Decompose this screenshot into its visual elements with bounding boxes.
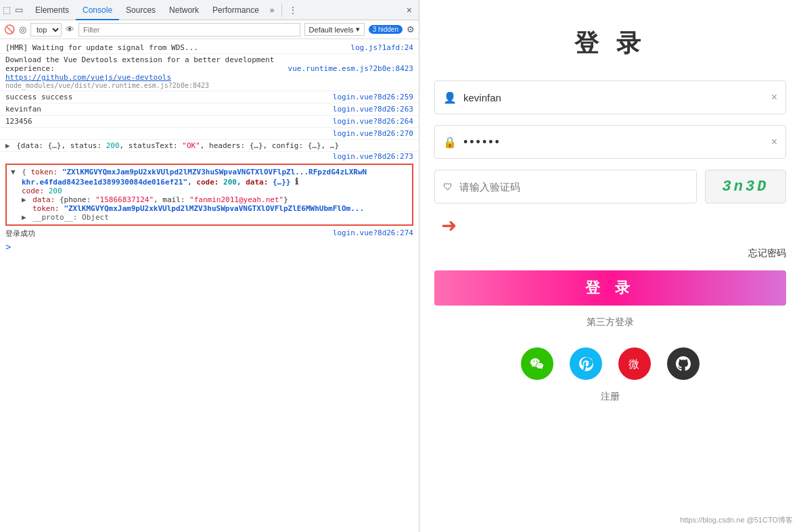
console-link-empty[interactable]: login.vue?8d26:270: [333, 129, 413, 138]
username-input[interactable]: [463, 92, 771, 103]
weibo-icon[interactable]: 微: [618, 347, 651, 380]
register-link[interactable]: 注册: [434, 391, 786, 403]
qq-icon[interactable]: [570, 347, 602, 380]
footer-note: https://blog.csdn.ne @51CTO博客: [680, 515, 801, 532]
devtools-icons: ⬚ ▭: [3, 5, 23, 15]
settings-icon[interactable]: ⚙: [407, 24, 415, 34]
eye-icon[interactable]: 👁: [66, 24, 74, 34]
console-text-object: ▶ {data: {…}, status: 200, statusText: "…: [5, 141, 413, 150]
inspect-icon[interactable]: ⬚: [3, 5, 11, 15]
clear-console-icon[interactable]: 🚫: [4, 24, 15, 34]
console-url-devtools[interactable]: https://github.com/vuejs/vue-devtools: [5, 73, 171, 82]
forgot-password-link[interactable]: 忘记密码: [434, 247, 786, 260]
console-line-login-success: 登录成功 login.vue?8d26:274: [0, 227, 419, 240]
console-link-devtools[interactable]: vue.runtime.esm.js?2b0e:8423: [288, 64, 413, 73]
console-line-pass: 123456 login.vue?8d26:264: [0, 116, 419, 128]
captcha-input[interactable]: [459, 181, 688, 193]
github-icon[interactable]: [667, 347, 700, 380]
login-panel: 登 录 👤 × 🔒 × 🛡 3n3D ➜ 忘记密码 登: [419, 0, 801, 532]
devtools-panel: ⬚ ▭ Elements Console Sources Network Per…: [0, 0, 419, 532]
json-line-proto: ▶ __proto__: Object: [11, 213, 408, 222]
json-line-token-cont: khr.e4fdad8423ee1d389930084de016ef21", c…: [11, 176, 408, 187]
json-data-key: data:: [32, 195, 55, 204]
username-input-wrapper: 👤 ×: [434, 80, 786, 114]
console-line-hmr: [HMR] Waiting for update signal from WDS…: [0, 42, 419, 54]
json-token-key: token:: [31, 168, 58, 176]
console-text-success: success success: [5, 93, 327, 101]
tab-network[interactable]: Network: [162, 0, 206, 20]
filter-input[interactable]: [78, 23, 300, 37]
user-icon: 👤: [443, 91, 457, 104]
devtools-tab-bar: ⬚ ▭ Elements Console Sources Network Per…: [0, 0, 419, 20]
devtools-menu[interactable]: ⋮: [285, 5, 301, 15]
json-code-value: 200: [49, 187, 62, 195]
tab-elements[interactable]: Elements: [28, 0, 76, 20]
console-link-pass[interactable]: login.vue?8d26:264: [333, 117, 413, 126]
lock-icon: 🔒: [443, 136, 457, 149]
json-line-token-short: token: "ZXlKMGVYQmxJam9pU2xkVUlpd2lMZV3h…: [11, 204, 408, 213]
login-title: 登 录: [574, 27, 646, 60]
tab-separator: [281, 3, 282, 17]
console-link-hmr[interactable]: log.js?1afd:24: [350, 43, 413, 52]
red-arrow-icon: ➜: [441, 214, 457, 237]
password-clear-icon[interactable]: ×: [771, 136, 777, 148]
arrow-hint: ➜: [434, 214, 786, 237]
log-levels-dropdown[interactable]: Default levels ▾: [304, 23, 365, 36]
console-line-devtools: Download the Vue Devtools extension for …: [0, 54, 419, 91]
json-line-object-open: ▼ { token: "ZXlKMGVYQmxJam9pU2xkVUlpd2lM…: [11, 168, 408, 176]
console-link-success[interactable]: login.vue?8d26:259: [333, 93, 413, 101]
console-link-login-success[interactable]: login.vue?8d26:274: [333, 228, 413, 239]
json-block: ▼ { token: "ZXlKMGVYQmxJam9pU2xkVUlpd2lM…: [5, 164, 413, 226]
shield-icon: 🛡: [443, 181, 453, 192]
tab-sources[interactable]: Sources: [119, 0, 162, 20]
console-next-input[interactable]: >: [0, 240, 419, 253]
console-toolbar: 🚫 ◎ top 👁 Default levels ▾ 3 hidden ⚙: [0, 20, 419, 39]
password-input-wrapper: 🔒 ×: [434, 125, 786, 159]
device-icon[interactable]: ▭: [15, 5, 23, 15]
username-clear-icon[interactable]: ×: [771, 91, 777, 103]
console-link-user[interactable]: login.vue?8d26:263: [333, 105, 413, 114]
captcha-image[interactable]: 3n3D: [705, 170, 786, 203]
console-text-pass: 123456: [5, 117, 327, 126]
json-data-arrow[interactable]: ▶: [22, 195, 26, 204]
json-proto-arrow[interactable]: ▶: [22, 213, 26, 222]
console-line-success: success success login.vue?8d26:259: [0, 91, 419, 103]
json-block-header-link[interactable]: login.vue?8d26:273: [333, 152, 413, 161]
json-data-value: {phone: "15866837124", mail: "fanmin2011…: [60, 195, 288, 204]
devtools-close[interactable]: ×: [403, 5, 416, 16]
social-icons-row: 微: [434, 347, 786, 380]
login-form: 👤 × 🔒 × 🛡 3n3D ➜ 忘记密码 登 录 第三方登录: [434, 80, 786, 403]
json-token-value: "ZXlKMGVYQmxJam9pU2xkVUlpd2lMZV3huSWpvaV…: [62, 168, 367, 176]
tab-performance[interactable]: Performance: [206, 0, 266, 20]
captcha-input-wrapper: 🛡: [434, 170, 697, 203]
expand-arrow-object[interactable]: ▶: [5, 141, 10, 150]
console-output: [HMR] Waiting for update signal from WDS…: [0, 39, 419, 532]
login-button[interactable]: 登 录: [434, 270, 786, 306]
json-line-data: ▶ data: {phone: "15866837124", mail: "fa…: [11, 195, 408, 204]
console-text-hmr: [HMR] Waiting for update signal from WDS…: [5, 43, 345, 52]
filter-toggle-icon[interactable]: ◎: [19, 24, 26, 34]
svg-text:微: 微: [628, 358, 639, 370]
console-text-user: kevinfan: [5, 105, 327, 114]
console-subtext-devtools: node_modules/vue/dist/vue.runtime.esm.js…: [5, 82, 209, 89]
context-selector[interactable]: top: [30, 23, 62, 37]
tab-console[interactable]: Console: [76, 0, 119, 20]
console-line-object: ▶ {data: {…}, status: 200, statusText: "…: [0, 140, 419, 152]
chevron-down-icon: ▾: [356, 25, 360, 34]
captcha-row: 🛡 3n3D: [434, 170, 786, 203]
json-line-code: code: 200: [11, 187, 408, 195]
console-line-empty: login.vue?8d26:270: [0, 128, 419, 140]
console-text-devtools: Download the Vue Devtools extension for …: [5, 55, 283, 73]
json-code-key: code:: [22, 187, 44, 195]
console-line-user: kevinfan login.vue?8d26:263: [0, 103, 419, 116]
password-input[interactable]: [463, 135, 771, 149]
json-expand-arrow[interactable]: ▼: [11, 168, 16, 176]
console-text-login-success: 登录成功: [5, 228, 35, 239]
wechat-icon[interactable]: [521, 347, 553, 380]
hidden-count-badge: 3 hidden: [369, 25, 403, 34]
tab-more[interactable]: »: [266, 5, 279, 15]
third-party-label: 第三方登录: [434, 316, 786, 329]
